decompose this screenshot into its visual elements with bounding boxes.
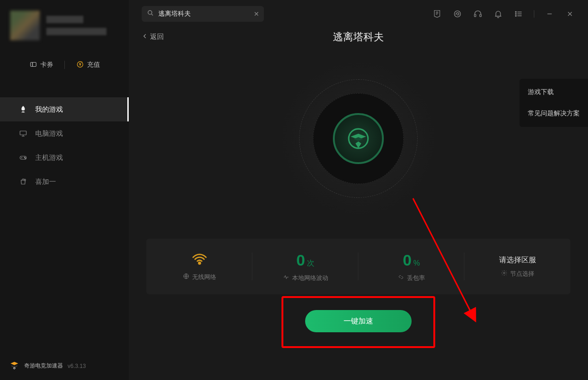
stat-label: 本地网络波动: [292, 274, 328, 282]
nav-label: 喜加一: [35, 177, 56, 186]
svg-point-13: [515, 13, 516, 14]
user-sub-text: [46, 28, 106, 35]
coupons-button[interactable]: 卡券: [29, 60, 53, 70]
username-text: [46, 16, 83, 23]
ubisoft-icon[interactable]: [452, 9, 463, 19]
svg-rect-11: [480, 14, 481, 17]
globe-icon: [183, 273, 189, 281]
side-panel-download[interactable]: 游戏下载: [519, 82, 588, 103]
notification-icon[interactable]: [493, 9, 503, 19]
stat-label: 无线网络: [192, 273, 216, 281]
nav-my-games[interactable]: 我的游戏: [0, 97, 129, 121]
coupon-icon: [29, 60, 38, 70]
user-profile[interactable]: [0, 0, 129, 51]
chevron-left-icon: [142, 33, 148, 41]
coupons-label: 卡券: [40, 61, 53, 69]
bag-plus-icon: [19, 177, 28, 186]
svg-point-14: [515, 15, 516, 16]
game-logo-icon: [333, 113, 384, 164]
monitor-icon: [19, 129, 28, 138]
link-break-icon: [398, 274, 404, 282]
stat-unit: %: [413, 259, 420, 267]
minimize-button[interactable]: [544, 9, 555, 19]
rocket-icon: [19, 105, 28, 114]
recharge-label: 充值: [87, 61, 100, 69]
stat-packet-loss: 0 % 丢包率: [358, 239, 464, 294]
svg-point-12: [515, 12, 516, 13]
svg-rect-10: [475, 14, 476, 17]
svg-rect-0: [31, 62, 36, 66]
svg-point-8: [148, 11, 152, 14]
gamepad-icon: [19, 153, 28, 162]
stat-label: 丢包率: [407, 274, 425, 282]
stat-value: 0: [296, 251, 305, 269]
svg-point-9: [454, 11, 460, 17]
accelerate-button[interactable]: 一键加速: [305, 310, 412, 332]
search-box[interactable]: ✕: [142, 6, 264, 22]
app-version: v6.3.13: [68, 363, 86, 369]
svg-point-4: [24, 157, 25, 158]
back-button[interactable]: 返回: [142, 32, 164, 41]
stat-jitter: 0 次 本地网络波动: [252, 239, 358, 294]
gear-icon: [501, 270, 507, 278]
close-button[interactable]: [565, 9, 575, 19]
nav-console-games[interactable]: 主机游戏: [0, 146, 129, 170]
app-logo-icon: [9, 360, 19, 372]
svg-point-18: [503, 272, 505, 274]
activity-icon: [283, 274, 289, 282]
nav-label: 我的游戏: [35, 105, 63, 114]
stats-panel: 无线网络 0 次 本地网络波动 0 %: [146, 239, 570, 294]
side-panel-faq[interactable]: 常见问题解决方案: [519, 103, 588, 124]
region-title: 请选择区服: [499, 255, 536, 265]
avatar: [10, 11, 40, 40]
menu-list-icon[interactable]: [513, 9, 524, 19]
recharge-button[interactable]: 充值: [76, 60, 100, 70]
nav-label: 电脑游戏: [35, 129, 63, 138]
nav-plus-one[interactable]: 喜加一: [0, 170, 129, 194]
speed-dial: [280, 60, 437, 217]
epic-store-icon[interactable]: [432, 9, 442, 19]
svg-rect-2: [20, 131, 26, 135]
search-input[interactable]: [158, 10, 254, 18]
stat-unit: 次: [307, 259, 314, 268]
side-panel: 游戏下载 常见问题解决方案: [519, 79, 588, 127]
coin-icon: [76, 60, 84, 70]
wifi-icon: [192, 252, 207, 268]
stat-value: 0: [403, 251, 412, 269]
back-label: 返回: [150, 32, 164, 41]
svg-point-16: [199, 262, 200, 264]
region-sub: 节点选择: [510, 270, 534, 278]
svg-point-7: [13, 367, 15, 369]
nav-label: 主机游戏: [35, 153, 63, 162]
page-title: 逃离塔科夫: [333, 30, 384, 44]
support-icon[interactable]: [473, 9, 483, 19]
nav-pc-games[interactable]: 电脑游戏: [0, 121, 129, 146]
svg-point-5: [25, 158, 26, 158]
app-name: 奇游电竞加速器: [24, 362, 63, 370]
stat-network-type: 无线网络: [146, 239, 252, 294]
search-icon: [146, 9, 155, 19]
stat-region-select[interactable]: 请选择区服 节点选择: [464, 239, 570, 294]
clear-search-icon[interactable]: ✕: [254, 10, 259, 18]
